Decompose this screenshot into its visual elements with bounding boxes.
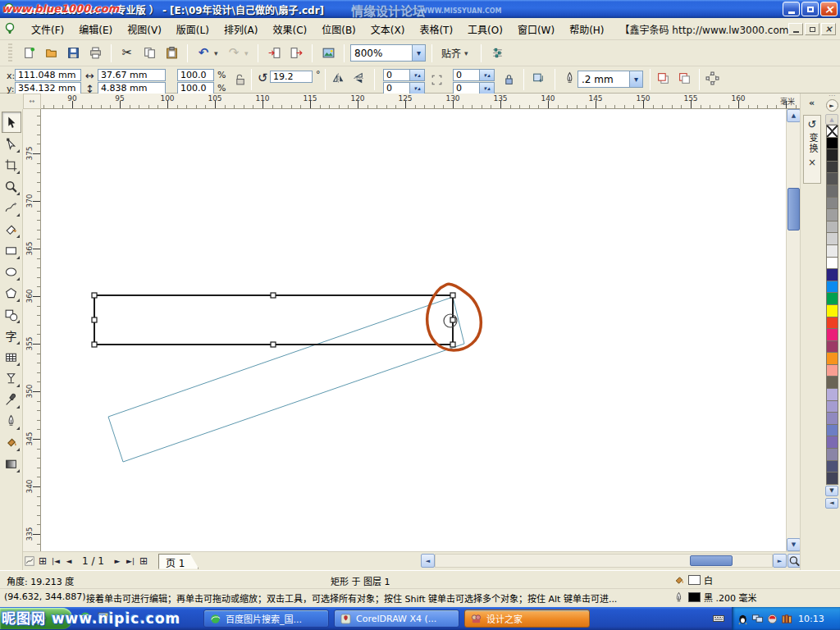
outline-width-combo[interactable]: .2 mm ▾ [578, 71, 643, 88]
qq-tray-icon[interactable] [737, 613, 749, 625]
paste-button[interactable] [162, 43, 181, 63]
drawing-canvas[interactable] [41, 109, 786, 551]
vertical-scrollbar[interactable]: ▲ ▼ [786, 109, 800, 551]
corner-radius-tl-spinner[interactable]: 0 ▾▴ [383, 69, 425, 81]
undo-button[interactable]: ↶ [194, 43, 213, 63]
mdi-restore-button[interactable] [805, 23, 819, 35]
palette-swatch[interactable] [826, 281, 838, 294]
palette-swatch[interactable] [826, 304, 838, 317]
first-page-button[interactable]: |◄ [49, 555, 62, 568]
palette-swatch[interactable] [826, 197, 838, 210]
object-width-field[interactable]: 37.67 mm [98, 69, 166, 81]
rectangle-tool[interactable] [2, 240, 21, 261]
palette-swatch[interactable] [826, 257, 838, 270]
outline-width-dropdown-icon[interactable]: ▾ [629, 71, 642, 87]
palette-scroll-down-button[interactable]: ▼ [825, 486, 838, 496]
clock[interactable]: 10:13 [798, 614, 824, 624]
palette-swatch[interactable] [826, 137, 838, 150]
palette-swatch[interactable] [826, 436, 838, 449]
palette-swatch[interactable] [826, 472, 838, 485]
scroll-right-button[interactable]: ► [773, 554, 787, 568]
save-button[interactable] [63, 43, 83, 63]
fill-tool[interactable] [2, 431, 21, 453]
polygon-tool[interactable] [2, 282, 21, 304]
palette-swatch[interactable] [826, 340, 838, 354]
application-launcher-button[interactable] [318, 43, 338, 63]
basic-shapes-tool[interactable] [2, 304, 21, 325]
palette-expand-button[interactable]: ◄ [825, 498, 838, 509]
text-tool[interactable]: 字 [2, 325, 21, 346]
rotation-angle-field[interactable]: 19.2 [270, 71, 313, 83]
scale-x-field[interactable]: 100.0 [177, 69, 214, 81]
vertical-ruler[interactable]: 375370365360355350345340335 [23, 109, 41, 551]
palette-swatch[interactable] [826, 172, 838, 185]
snap-to-dropdown[interactable]: 贴齐 ▾ [438, 44, 475, 62]
corner-radius-tr-spinner[interactable]: 0 ▾▴ [453, 69, 495, 81]
eyedropper-tool[interactable] [2, 389, 21, 410]
selected-rectangle-object[interactable] [94, 295, 453, 345]
docker-tab-transform[interactable]: ↺ 变换 × [803, 115, 821, 184]
import-button[interactable] [264, 43, 284, 63]
docker-close-icon[interactable]: × [808, 157, 816, 168]
palette-swatch[interactable] [826, 352, 838, 365]
copy-button[interactable] [139, 43, 159, 63]
restore-button[interactable] [801, 2, 819, 16]
to-back-button[interactable] [678, 71, 692, 85]
mdi-minimize-button[interactable] [788, 23, 803, 35]
palette-swatch[interactable] [826, 400, 838, 413]
horizontal-ruler[interactable]: 毫米 9095100105110115120125130135140145150… [41, 94, 800, 109]
menu-item-文件(F)[interactable]: 文件(F) [24, 19, 71, 39]
text-wrap-button[interactable] [532, 71, 546, 85]
last-page-button[interactable]: ►| [124, 555, 137, 568]
convert-to-curves-button[interactable] [705, 71, 719, 85]
app-tray-icon[interactable] [781, 613, 793, 625]
page-tab[interactable]: 页 1 [158, 554, 199, 569]
taskbar-button[interactable]: CorelDRAW X4 (... [334, 609, 459, 628]
palette-flyout-button[interactable]: ► [826, 99, 838, 112]
menu-item-窗口(W)[interactable]: 窗口(W) [510, 19, 562, 39]
menu-item-编辑(E)[interactable]: 编辑(E) [71, 19, 120, 39]
redo-dropdown-icon[interactable]: ▾ [244, 49, 252, 57]
next-page-button[interactable]: ► [111, 555, 124, 568]
interactive-fill-tool[interactable] [2, 453, 21, 474]
previous-page-button[interactable]: ◄ [62, 555, 75, 568]
palette-no-color[interactable] [826, 125, 838, 138]
open-button[interactable] [41, 43, 61, 63]
palette-swatch[interactable] [826, 244, 838, 258]
pick-tool[interactable] [2, 112, 21, 133]
scale-y-field[interactable]: 100.0 [177, 82, 214, 94]
corner-lock-button[interactable] [502, 72, 516, 86]
network-tray-icon[interactable] [751, 613, 764, 625]
outline-pen-tool[interactable] [2, 410, 21, 431]
toolbar-grip[interactable] [8, 43, 12, 63]
ruler-origin-button[interactable]: ↔ [23, 94, 41, 109]
cut-button[interactable]: ✂ [117, 43, 137, 63]
palette-swatch[interactable] [826, 460, 838, 473]
palette-swatch[interactable] [826, 376, 838, 389]
ellipse-tool[interactable] [2, 261, 21, 282]
menu-item-表格(T)[interactable]: 表格(T) [412, 19, 460, 39]
x-position-field[interactable]: 111.048 mm [15, 69, 81, 81]
palette-swatch[interactable] [826, 148, 838, 162]
mdi-close-button[interactable]: × [821, 23, 836, 35]
zoom-dropdown-icon[interactable]: ▾ [412, 45, 425, 61]
menu-item-视图(V)[interactable]: 视图(V) [120, 19, 169, 39]
taskbar-button[interactable]: 百度图片搜索_国... [203, 609, 329, 628]
smart-fill-tool[interactable] [2, 218, 21, 240]
object-height-field[interactable]: 4.838 mm [98, 82, 166, 94]
crop-tool[interactable] [2, 154, 21, 176]
menu-item-效果(C)[interactable]: 效果(C) [265, 19, 314, 39]
zoom-tool[interactable] [2, 176, 21, 197]
print-button[interactable] [85, 43, 105, 63]
menu-item-文本(X)[interactable]: 文本(X) [363, 19, 413, 39]
selection-handles[interactable] [92, 293, 455, 347]
add-page-button-2[interactable]: ⊞ [137, 555, 150, 568]
mirror-vertical-button[interactable] [352, 71, 366, 85]
redo-button[interactable]: ↷ [224, 43, 244, 63]
corner-radius-br-spinner[interactable]: 0 ▾▴ [453, 82, 495, 94]
undo-dropdown-icon[interactable]: ▾ [214, 49, 221, 57]
shape-tool[interactable] [2, 133, 21, 154]
palette-swatch[interactable] [826, 232, 838, 245]
rotated-outline-preview[interactable] [108, 297, 464, 462]
scroll-down-button[interactable]: ▼ [787, 538, 801, 551]
